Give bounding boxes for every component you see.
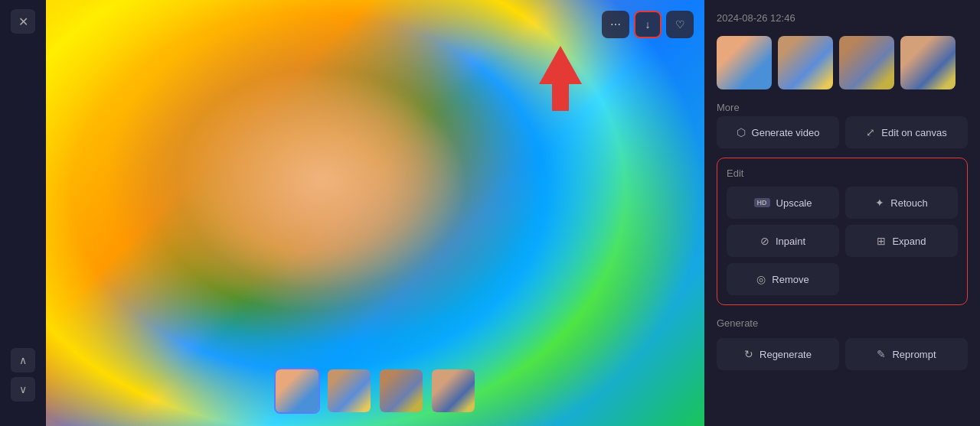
reprompt-icon: ✎ — [877, 348, 886, 360]
top-thumb-img-1 — [717, 36, 772, 89]
regenerate-icon: ↻ — [744, 348, 753, 360]
more-section: More ⬡ Generate video ⤢ Edit on canvas — [717, 99, 968, 148]
bookmark-button[interactable]: ♡ — [666, 11, 694, 38]
chevron-down-icon: ∨ — [19, 383, 27, 395]
remove-label: Remove — [772, 274, 808, 285]
bottom-thumb-3[interactable] — [378, 368, 424, 414]
close-button[interactable]: ✕ — [11, 9, 35, 34]
reprompt-label: Reprompt — [892, 349, 936, 360]
main-content: ⋯ ↓ ♡ — [46, 0, 704, 426]
red-arrow-indicator — [539, 46, 582, 111]
top-thumb-1[interactable] — [717, 36, 772, 89]
timestamp: 2024-08-26 12:46 — [717, 12, 968, 24]
generate-btn-row: ↻ Regenerate ✎ Reprompt — [717, 338, 968, 370]
expand-icon: ⊞ — [877, 235, 886, 247]
edit-section-label: Edit — [727, 167, 958, 179]
inpaint-icon: ⊘ — [760, 235, 769, 247]
edit-on-canvas-button[interactable]: ⤢ Edit on canvas — [845, 116, 968, 148]
generate-section-label: Generate — [717, 317, 968, 329]
top-thumb-3[interactable] — [839, 36, 894, 89]
video-icon: ⬡ — [737, 126, 746, 138]
bookmark-icon: ♡ — [675, 18, 685, 31]
upscale-button[interactable]: HD Upscale — [727, 187, 839, 219]
inpaint-button[interactable]: ⊘ Inpaint — [727, 225, 839, 257]
regenerate-button[interactable]: ↻ Regenerate — [717, 338, 839, 370]
top-thumbnails — [717, 36, 968, 89]
nav-down-button[interactable]: ∨ — [11, 377, 35, 402]
retouch-label: Retouch — [890, 197, 927, 209]
bottom-thumb-img-4 — [432, 369, 475, 412]
edit-on-canvas-label: Edit on canvas — [881, 127, 946, 138]
left-panel: ✕ ∧ ∨ — [0, 0, 46, 426]
edit-row-3: ◎ Remove — [727, 263, 958, 295]
thumbnail-strip — [274, 368, 476, 414]
edit-section: Edit HD Upscale ✦ Retouch ⊘ Inpaint ⊞ Ex… — [717, 158, 968, 305]
expand-label: Expand — [892, 236, 926, 247]
generate-video-label: Generate video — [752, 127, 820, 138]
bottom-thumb-img-2 — [328, 369, 371, 412]
download-button[interactable]: ↓ — [634, 11, 662, 38]
bottom-thumb-2[interactable] — [326, 368, 372, 414]
remove-icon: ◎ — [756, 273, 766, 285]
remove-button[interactable]: ◎ Remove — [727, 263, 839, 295]
bottom-thumb-img-1 — [276, 369, 318, 412]
more-section-label: More — [717, 102, 968, 113]
nav-up-button[interactable]: ∧ — [11, 348, 35, 372]
top-thumb-img-2 — [778, 36, 833, 89]
top-thumb-img-3 — [839, 36, 894, 89]
close-icon: ✕ — [18, 15, 28, 29]
inpaint-label: Inpaint — [776, 236, 805, 247]
download-icon: ↓ — [645, 18, 651, 31]
more-options-button[interactable]: ⋯ — [602, 11, 629, 38]
image-container: ⋯ ↓ ♡ — [46, 0, 704, 426]
arrow-stem — [552, 84, 569, 111]
regenerate-label: Regenerate — [760, 349, 812, 360]
edit-row-2: ⊘ Inpaint ⊞ Expand — [727, 225, 958, 257]
more-btn-row: ⬡ Generate video ⤢ Edit on canvas — [717, 116, 968, 148]
upscale-label: Upscale — [776, 197, 812, 209]
generate-section: Generate ↻ Regenerate ✎ Reprompt — [717, 314, 968, 370]
top-thumb-2[interactable] — [778, 36, 833, 89]
canvas-icon: ⤢ — [866, 126, 875, 138]
main-image — [46, 0, 704, 426]
top-thumb-4[interactable] — [900, 36, 956, 89]
image-toolbar: ⋯ ↓ ♡ — [602, 11, 694, 38]
hd-badge: HD — [754, 198, 770, 207]
retouch-icon: ✦ — [875, 197, 884, 209]
bottom-thumb-4[interactable] — [430, 368, 476, 414]
retouch-button[interactable]: ✦ Retouch — [845, 187, 958, 219]
expand-button[interactable]: ⊞ Expand — [845, 225, 958, 257]
reprompt-button[interactable]: ✎ Reprompt — [845, 338, 968, 370]
right-panel: 2024-08-26 12:46 More ⬡ Generate video ⤢… — [704, 0, 980, 426]
bottom-thumb-img-3 — [380, 369, 423, 412]
arrow-head — [539, 46, 582, 84]
bottom-thumb-1[interactable] — [274, 368, 320, 414]
generate-video-button[interactable]: ⬡ Generate video — [717, 116, 839, 148]
nav-buttons: ∧ ∨ — [11, 348, 35, 402]
edit-row-1: HD Upscale ✦ Retouch — [727, 187, 958, 219]
top-thumb-img-4 — [900, 36, 956, 89]
chevron-up-icon: ∧ — [19, 354, 27, 366]
face-overlay — [46, 0, 704, 426]
more-icon: ⋯ — [610, 18, 621, 31]
